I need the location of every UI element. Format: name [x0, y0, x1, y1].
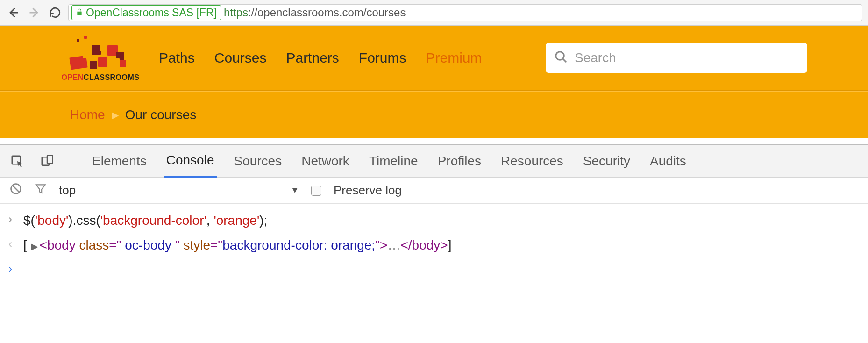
- lock-icon: [76, 6, 83, 19]
- devtools-tabbar: Elements Console Sources Network Timelin…: [0, 145, 868, 178]
- preserve-log-label: Preserve log: [334, 183, 402, 198]
- nav-partners[interactable]: Partners: [286, 50, 339, 66]
- search-input[interactable]: [575, 50, 799, 65]
- console-prompt-row[interactable]: ›: [8, 258, 860, 283]
- console-input-row: › $('body').css('background-color', 'ora…: [8, 208, 860, 233]
- console-command: $('body').css('background-color', 'orang…: [23, 210, 267, 231]
- console-output-row: ‹ [ ▶<body class=" oc-body " style="back…: [8, 233, 860, 258]
- execution-context-select[interactable]: top ▼: [59, 183, 299, 198]
- tab-console[interactable]: Console: [164, 144, 217, 178]
- prompt-chevron-icon: ›: [8, 260, 17, 278]
- tab-audits[interactable]: Audits: [647, 145, 689, 177]
- console-output[interactable]: › $('body').css('background-color', 'ora…: [0, 204, 868, 287]
- expand-triangle-icon[interactable]: ▶: [31, 239, 38, 254]
- nav-premium[interactable]: Premium: [426, 50, 482, 66]
- preserve-log-checkbox[interactable]: [311, 186, 321, 196]
- reload-button[interactable]: [49, 6, 62, 19]
- tab-elements[interactable]: Elements: [89, 145, 149, 177]
- svg-point-0: [556, 52, 564, 60]
- forward-button[interactable]: [27, 5, 42, 20]
- clear-console-icon[interactable]: [9, 182, 22, 199]
- tab-security[interactable]: Security: [580, 145, 633, 177]
- primary-nav: Paths Courses Partners Forums Premium: [159, 50, 482, 66]
- nav-paths[interactable]: Paths: [159, 50, 195, 66]
- console-result: [ ▶<body class=" oc-body " style="backgr…: [23, 235, 451, 256]
- cert-org-label: OpenClassrooms SAS [FR]: [86, 7, 217, 19]
- filter-icon[interactable]: [35, 183, 47, 198]
- address-bar[interactable]: OpenClassrooms SAS [FR] https://openclas…: [68, 4, 862, 21]
- nav-courses[interactable]: Courses: [214, 50, 267, 66]
- nav-forums[interactable]: Forums: [359, 50, 406, 66]
- browser-toolbar: OpenClassrooms SAS [FR] https://openclas…: [0, 0, 868, 26]
- tab-timeline[interactable]: Timeline: [366, 145, 421, 177]
- site-logo[interactable]: OPENCLASSROOMS: [61, 34, 140, 82]
- site-header: OPENCLASSROOMS Paths Courses Partners Fo…: [0, 26, 868, 91]
- tab-profiles[interactable]: Profiles: [435, 145, 484, 177]
- tab-sources[interactable]: Sources: [231, 145, 285, 177]
- ssl-cert-badge[interactable]: OpenClassrooms SAS [FR]: [71, 5, 221, 20]
- device-toggle-icon[interactable]: [39, 153, 55, 169]
- breadcrumb: Home ▶ Our courses: [0, 91, 868, 138]
- chevron-right-icon: ▶: [112, 109, 119, 121]
- back-button[interactable]: [6, 5, 21, 20]
- search-icon: [554, 50, 568, 66]
- output-chevron-icon: ‹: [8, 235, 17, 253]
- breadcrumb-current: Our courses: [125, 107, 197, 122]
- svg-rect-3: [47, 155, 52, 164]
- tab-resources[interactable]: Resources: [498, 145, 566, 177]
- input-chevron-icon: ›: [8, 210, 17, 228]
- logo-mark-icon: [65, 34, 135, 71]
- url-path: ://openclassrooms.com/courses: [248, 6, 406, 19]
- url-protocol: https: [224, 6, 248, 19]
- chevron-down-icon: ▼: [291, 186, 299, 195]
- tab-network[interactable]: Network: [299, 145, 352, 177]
- devtools-panel: Elements Console Sources Network Timelin…: [0, 144, 868, 287]
- logo-wordmark: OPENCLASSROOMS: [61, 73, 139, 82]
- console-toolbar: top ▼ Preserve log: [0, 178, 868, 204]
- inspect-element-icon[interactable]: [9, 153, 25, 169]
- breadcrumb-home[interactable]: Home: [70, 107, 105, 122]
- search-box[interactable]: [546, 43, 807, 73]
